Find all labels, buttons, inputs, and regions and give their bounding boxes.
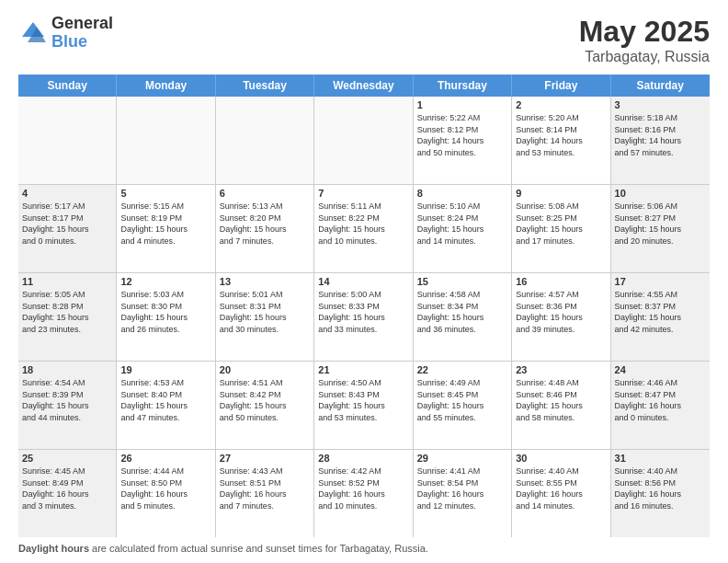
day-info: Sunrise: 4:44 AM Sunset: 8:50 PM Dayligh…	[120, 465, 210, 511]
day-header-sunday: Sunday	[18, 75, 117, 97]
day-info: Sunrise: 4:45 AM Sunset: 8:49 PM Dayligh…	[22, 465, 112, 511]
calendar-day-9: 9Sunrise: 5:08 AM Sunset: 8:25 PM Daylig…	[512, 185, 610, 272]
calendar-empty	[314, 97, 413, 184]
day-info: Sunrise: 4:41 AM Sunset: 8:54 PM Dayligh…	[417, 465, 507, 511]
day-number: 9	[516, 188, 606, 199]
footer: Daylight hours are calculated from actua…	[18, 543, 710, 554]
calendar-week-1: 1Sunrise: 5:22 AM Sunset: 8:12 PM Daylig…	[18, 97, 710, 185]
day-number: 27	[220, 453, 310, 464]
day-number: 14	[318, 276, 408, 287]
calendar-day-27: 27Sunrise: 4:43 AM Sunset: 8:51 PM Dayli…	[216, 450, 314, 537]
day-number: 4	[22, 188, 112, 199]
calendar-day-22: 22Sunrise: 4:49 AM Sunset: 8:45 PM Dayli…	[414, 362, 512, 449]
calendar-day-20: 20Sunrise: 4:51 AM Sunset: 8:42 PM Dayli…	[216, 362, 314, 449]
logo-blue-text: Blue	[51, 33, 113, 52]
day-number: 29	[417, 453, 507, 464]
calendar-day-2: 2Sunrise: 5:20 AM Sunset: 8:14 PM Daylig…	[512, 97, 610, 184]
day-number: 20	[220, 364, 310, 375]
day-number: 7	[318, 188, 408, 199]
calendar-week-2: 4Sunrise: 5:17 AM Sunset: 8:17 PM Daylig…	[18, 185, 710, 273]
calendar-day-10: 10Sunrise: 5:06 AM Sunset: 8:27 PM Dayli…	[611, 185, 710, 272]
header: General Blue May 2025 Tarbagatay, Russia	[18, 15, 710, 65]
day-number: 22	[417, 364, 507, 375]
day-info: Sunrise: 5:18 AM Sunset: 8:16 PM Dayligh…	[615, 112, 706, 158]
calendar-day-3: 3Sunrise: 5:18 AM Sunset: 8:16 PM Daylig…	[611, 97, 710, 184]
calendar-week-3: 11Sunrise: 5:05 AM Sunset: 8:28 PM Dayli…	[18, 273, 710, 362]
day-number: 10	[615, 188, 706, 199]
day-number: 24	[615, 364, 706, 375]
day-number: 26	[120, 453, 210, 464]
day-info: Sunrise: 5:17 AM Sunset: 8:17 PM Dayligh…	[22, 201, 112, 247]
footer-label: Daylight hours	[18, 543, 89, 554]
day-number: 18	[22, 364, 112, 375]
day-number: 16	[516, 276, 606, 287]
calendar: SundayMondayTuesdayWednesdayThursdayFrid…	[18, 75, 710, 537]
day-number: 13	[220, 276, 310, 287]
calendar-day-1: 1Sunrise: 5:22 AM Sunset: 8:12 PM Daylig…	[414, 97, 512, 184]
day-header-saturday: Saturday	[611, 75, 710, 97]
day-number: 1	[417, 99, 507, 110]
day-info: Sunrise: 5:01 AM Sunset: 8:31 PM Dayligh…	[220, 289, 310, 335]
day-info: Sunrise: 4:40 AM Sunset: 8:56 PM Dayligh…	[615, 465, 706, 511]
calendar-day-29: 29Sunrise: 4:41 AM Sunset: 8:54 PM Dayli…	[414, 450, 512, 537]
day-number: 15	[417, 276, 507, 287]
calendar-day-26: 26Sunrise: 4:44 AM Sunset: 8:50 PM Dayli…	[117, 450, 215, 537]
day-number: 25	[22, 453, 112, 464]
calendar-week-5: 25Sunrise: 4:45 AM Sunset: 8:49 PM Dayli…	[18, 450, 710, 537]
day-info: Sunrise: 4:40 AM Sunset: 8:55 PM Dayligh…	[516, 465, 606, 511]
page: General Blue May 2025 Tarbagatay, Russia…	[0, 0, 728, 563]
calendar-body: 1Sunrise: 5:22 AM Sunset: 8:12 PM Daylig…	[18, 97, 710, 537]
calendar-day-15: 15Sunrise: 4:58 AM Sunset: 8:34 PM Dayli…	[414, 273, 512, 361]
footer-text: are calculated from actual sunrise and s…	[89, 543, 428, 554]
day-info: Sunrise: 5:22 AM Sunset: 8:12 PM Dayligh…	[417, 112, 507, 158]
logo-general-text: General	[51, 15, 113, 33]
day-info: Sunrise: 4:42 AM Sunset: 8:52 PM Dayligh…	[318, 465, 408, 511]
calendar-day-25: 25Sunrise: 4:45 AM Sunset: 8:49 PM Dayli…	[18, 450, 117, 537]
day-info: Sunrise: 4:49 AM Sunset: 8:45 PM Dayligh…	[417, 377, 507, 423]
calendar-empty	[117, 97, 215, 184]
day-number: 5	[120, 188, 210, 199]
day-number: 12	[120, 276, 210, 287]
day-info: Sunrise: 5:05 AM Sunset: 8:28 PM Dayligh…	[22, 289, 112, 335]
logo: General Blue	[18, 15, 113, 52]
day-info: Sunrise: 4:50 AM Sunset: 8:43 PM Dayligh…	[318, 377, 408, 423]
day-info: Sunrise: 5:00 AM Sunset: 8:33 PM Dayligh…	[318, 289, 408, 335]
calendar-day-6: 6Sunrise: 5:13 AM Sunset: 8:20 PM Daylig…	[216, 185, 314, 272]
day-info: Sunrise: 5:13 AM Sunset: 8:20 PM Dayligh…	[220, 201, 310, 247]
day-info: Sunrise: 5:06 AM Sunset: 8:27 PM Dayligh…	[615, 201, 706, 247]
calendar-day-11: 11Sunrise: 5:05 AM Sunset: 8:28 PM Dayli…	[18, 273, 117, 361]
title-month: May 2025	[579, 15, 710, 49]
day-number: 30	[516, 453, 606, 464]
day-info: Sunrise: 4:48 AM Sunset: 8:46 PM Dayligh…	[516, 377, 606, 423]
day-info: Sunrise: 4:54 AM Sunset: 8:39 PM Dayligh…	[22, 377, 112, 423]
calendar-day-17: 17Sunrise: 4:55 AM Sunset: 8:37 PM Dayli…	[611, 273, 710, 361]
day-info: Sunrise: 5:10 AM Sunset: 8:24 PM Dayligh…	[417, 201, 507, 247]
day-number: 28	[318, 453, 408, 464]
calendar-empty	[216, 97, 314, 184]
calendar-day-7: 7Sunrise: 5:11 AM Sunset: 8:22 PM Daylig…	[314, 185, 413, 272]
day-info: Sunrise: 4:53 AM Sunset: 8:40 PM Dayligh…	[120, 377, 210, 423]
calendar-day-28: 28Sunrise: 4:42 AM Sunset: 8:52 PM Dayli…	[314, 450, 413, 537]
day-number: 23	[516, 364, 606, 375]
day-header-tuesday: Tuesday	[216, 75, 314, 97]
day-info: Sunrise: 4:55 AM Sunset: 8:37 PM Dayligh…	[615, 289, 706, 335]
day-number: 8	[417, 188, 507, 199]
day-info: Sunrise: 4:57 AM Sunset: 8:36 PM Dayligh…	[516, 289, 606, 335]
day-header-friday: Friday	[512, 75, 610, 97]
calendar-day-12: 12Sunrise: 5:03 AM Sunset: 8:30 PM Dayli…	[117, 273, 215, 361]
calendar-day-16: 16Sunrise: 4:57 AM Sunset: 8:36 PM Dayli…	[512, 273, 610, 361]
day-number: 6	[220, 188, 310, 199]
calendar-day-4: 4Sunrise: 5:17 AM Sunset: 8:17 PM Daylig…	[18, 185, 117, 272]
day-number: 2	[516, 99, 606, 110]
logo-icon	[18, 18, 48, 48]
day-info: Sunrise: 4:51 AM Sunset: 8:42 PM Dayligh…	[220, 377, 310, 423]
title-block: May 2025 Tarbagatay, Russia	[579, 15, 710, 65]
calendar-empty	[18, 97, 117, 184]
calendar-day-23: 23Sunrise: 4:48 AM Sunset: 8:46 PM Dayli…	[512, 362, 610, 449]
calendar-day-19: 19Sunrise: 4:53 AM Sunset: 8:40 PM Dayli…	[117, 362, 215, 449]
calendar-day-21: 21Sunrise: 4:50 AM Sunset: 8:43 PM Dayli…	[314, 362, 413, 449]
calendar-day-5: 5Sunrise: 5:15 AM Sunset: 8:19 PM Daylig…	[117, 185, 215, 272]
day-info: Sunrise: 4:46 AM Sunset: 8:47 PM Dayligh…	[615, 377, 706, 423]
calendar-day-8: 8Sunrise: 5:10 AM Sunset: 8:24 PM Daylig…	[414, 185, 512, 272]
calendar-day-18: 18Sunrise: 4:54 AM Sunset: 8:39 PM Dayli…	[18, 362, 117, 449]
